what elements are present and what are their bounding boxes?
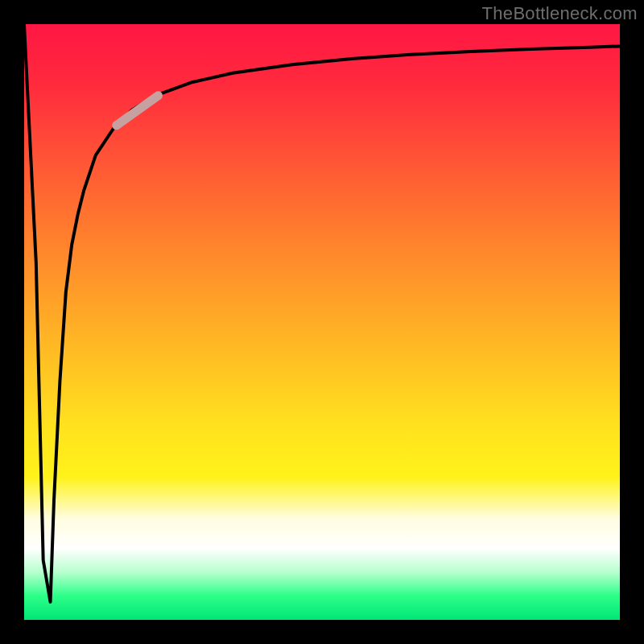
- watermark-text: TheBottleneck.com: [482, 3, 638, 24]
- plot-gradient-background: [24, 24, 620, 620]
- chart-frame: TheBottleneck.com: [0, 0, 644, 644]
